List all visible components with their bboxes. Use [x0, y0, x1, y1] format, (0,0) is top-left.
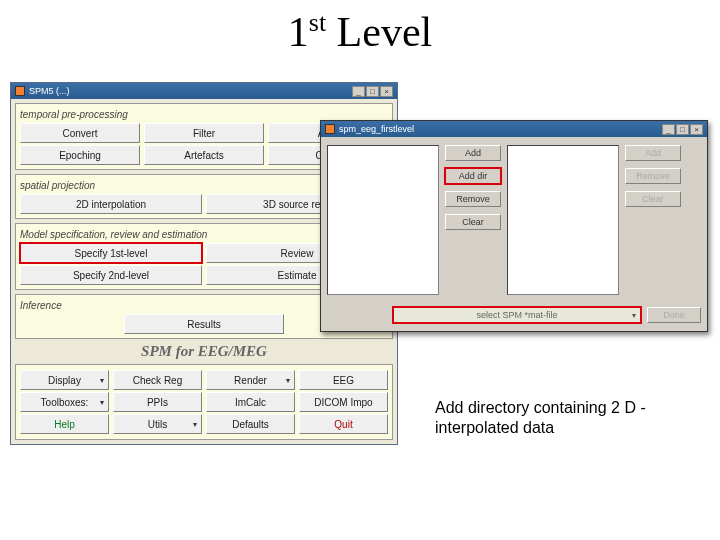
imcalc-button[interactable]: ImCalc	[206, 392, 295, 412]
dialog-title-text: spm_eeg_firstlevel	[339, 124, 414, 134]
help-button[interactable]: Help	[20, 414, 109, 434]
close-icon[interactable]: ×	[380, 86, 393, 97]
defaults-button[interactable]: Defaults	[206, 414, 295, 434]
epoching-button[interactable]: Epoching	[20, 145, 140, 165]
close-icon[interactable]: ×	[690, 124, 703, 135]
clear-button-right[interactable]: Clear	[625, 191, 681, 207]
filter-button[interactable]: Filter	[144, 123, 264, 143]
add-dir-button[interactable]: Add dir	[445, 168, 501, 184]
dialog-titlebar[interactable]: spm_eeg_firstlevel _ □ ×	[321, 121, 707, 137]
spm-footer-text: SPM for EEG/MEG	[11, 343, 397, 360]
add-button[interactable]: Add	[445, 145, 501, 161]
left-listbox[interactable]	[327, 145, 439, 295]
display-select[interactable]: Display	[20, 370, 109, 390]
remove-button[interactable]: Remove	[445, 191, 501, 207]
utils-select[interactable]: Utils	[113, 414, 202, 434]
slide-title: 1st Level	[0, 8, 720, 56]
spm5-title-text: SPM5 (...)	[29, 86, 70, 96]
dialog-window-controls: _ □ ×	[662, 124, 703, 135]
specify-1st-level-button[interactable]: Specify 1st-level	[20, 243, 202, 263]
toolboxes-select[interactable]: Toolboxes:	[20, 392, 109, 412]
right-listbox[interactable]	[507, 145, 619, 295]
convert-button[interactable]: Convert	[20, 123, 140, 143]
render-select[interactable]: Render	[206, 370, 295, 390]
spm5-titlebar[interactable]: SPM5 (...) _ □ ×	[11, 83, 397, 99]
done-button[interactable]: Done	[647, 307, 701, 323]
maximize-icon[interactable]: □	[366, 86, 379, 97]
remove-button-right[interactable]: Remove	[625, 168, 681, 184]
app-icon	[15, 86, 25, 96]
ppis-button[interactable]: PPIs	[113, 392, 202, 412]
maximize-icon[interactable]: □	[676, 124, 689, 135]
window-controls: _ □ ×	[352, 86, 393, 97]
firstlevel-dialog: spm_eeg_firstlevel _ □ × Add Add dir Rem…	[320, 120, 708, 332]
dialog-app-icon	[325, 124, 335, 134]
add-button-right[interactable]: Add	[625, 145, 681, 161]
interpolation-button[interactable]: 2D interpolation	[20, 194, 202, 214]
slide-annotation: Add directory containing 2 D -interpolat…	[435, 398, 685, 438]
artefacts-button[interactable]: Artefacts	[144, 145, 264, 165]
clear-button[interactable]: Clear	[445, 214, 501, 230]
quit-button[interactable]: Quit	[299, 414, 388, 434]
specify-2nd-level-button[interactable]: Specify 2nd-level	[20, 265, 202, 285]
bottom-grid: Display Check Reg Render EEG Toolboxes: …	[15, 364, 393, 440]
right-button-column: Add Remove Clear	[625, 145, 681, 207]
minimize-icon[interactable]: _	[352, 86, 365, 97]
minimize-icon[interactable]: _	[662, 124, 675, 135]
checkreg-button[interactable]: Check Reg	[113, 370, 202, 390]
middle-button-column: Add Add dir Remove Clear	[445, 145, 501, 230]
eeg-button[interactable]: EEG	[299, 370, 388, 390]
temporal-label: temporal pre-processing	[20, 109, 388, 120]
path-select[interactable]: select SPM *mat-file	[393, 307, 641, 323]
dicom-import-button[interactable]: DICOM Impo	[299, 392, 388, 412]
results-button[interactable]: Results	[124, 314, 284, 334]
